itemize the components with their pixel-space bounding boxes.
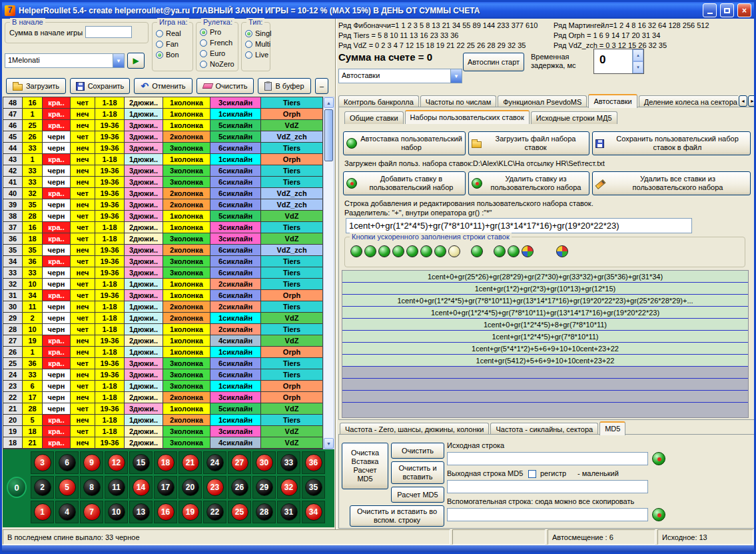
md5-clear-button[interactable]: Очистить xyxy=(391,443,444,459)
board-cell-10[interactable]: 10 xyxy=(105,501,128,523)
bet-row[interactable]: 1cent+gr(5412)+5+6+9+10+10cent+23+22 xyxy=(342,355,748,367)
quick-chip-button[interactable] xyxy=(392,245,404,257)
table-row[interactable]: 1918кра..чет1-182дюжи..3колонка3сиклайнV… xyxy=(3,426,322,437)
board-cell-32[interactable]: 32 xyxy=(277,476,300,499)
board-cell-34[interactable]: 34 xyxy=(302,501,325,523)
board-cell-9[interactable]: 9 xyxy=(80,451,103,474)
quick-chip-button[interactable] xyxy=(448,245,460,257)
table-row[interactable]: 2810чернчет1-181дюжи..1колонка2сиклайнTi… xyxy=(3,324,322,335)
board-cell-12[interactable]: 12 xyxy=(105,451,128,474)
board-cell-5[interactable]: 5 xyxy=(55,476,79,499)
board-cell-14[interactable]: 14 xyxy=(129,476,153,499)
table-row[interactable]: 236чернчет1-181дюжи..3колонка1сиклайнOrp… xyxy=(3,381,322,392)
table-row[interactable]: 4625кра..неч19-363дюжи..1колонка5сиклайн… xyxy=(3,120,322,131)
bet-row[interactable]: 1cent+gr(1*2)+gr(2*3)+gr(10*13)+gr(12*15… xyxy=(342,283,748,295)
board-cell-24[interactable]: 24 xyxy=(203,451,226,474)
quick-chip-button[interactable] xyxy=(406,245,418,257)
board-cell-29[interactable]: 29 xyxy=(252,476,276,499)
table-row[interactable]: 4816кра..чет1-182дюжи..1колонка3сиклайнT… xyxy=(3,97,322,109)
md5-clear-insert-aux-button[interactable]: Очистить и вставить во вспом. строку xyxy=(350,505,444,527)
toolbar-button-clipboard[interactable]: В буфер xyxy=(258,78,311,94)
add-bet-button[interactable]: Добавить ставку в пользовательский набор xyxy=(343,171,466,195)
maximize-button[interactable] xyxy=(720,3,734,17)
quick-chip-button[interactable] xyxy=(434,245,446,257)
board-cell-1[interactable]: 1 xyxy=(31,501,54,523)
quick-chip-button[interactable] xyxy=(420,245,432,257)
bet-row[interactable]: 1cent+0+gr(25*26)+gr(28*29)+gr(27*30)+gr… xyxy=(342,271,748,283)
md5-aux-input[interactable] xyxy=(447,508,648,521)
md5-source-input[interactable] xyxy=(447,452,648,465)
board-cell-13[interactable]: 13 xyxy=(129,501,153,523)
board-cell-16[interactable]: 16 xyxy=(154,501,177,523)
table-row[interactable]: 205кра..неч1-181дюжи..2колонка1сиклайнTi… xyxy=(3,415,322,426)
preset-combobox[interactable]: 1Melonati ▼ xyxy=(5,53,125,68)
table-row[interactable]: 471кра..неч1-181дюжи..1колонка1сиклайнOr… xyxy=(3,109,322,120)
toolbar-button-undo[interactable]: ↶Отменить xyxy=(134,78,192,94)
delay-spinner[interactable]: 0 ▲ ▼ xyxy=(593,49,644,74)
table-row[interactable]: 4233черннеч19-363дюжи..3колонка6сиклайнT… xyxy=(3,165,322,177)
md5-output-input[interactable] xyxy=(447,480,648,493)
autobets-combobox[interactable]: Автоставки ▼ xyxy=(338,69,462,83)
radio-wheel-french[interactable]: French xyxy=(200,39,234,47)
tab-scroll-left-button[interactable]: ◄ xyxy=(739,95,747,107)
board-cell-zero[interactable]: 0 xyxy=(7,477,27,498)
autobet-user-set-button[interactable]: Автоставка пользовательский набор xyxy=(343,131,466,155)
quick-chip-button[interactable] xyxy=(350,245,362,257)
radio-wheel-pro[interactable]: Pro xyxy=(200,28,234,36)
inner-tab-2[interactable]: Наборы пользовательских ставок xyxy=(405,110,530,124)
bet-row[interactable]: 1cent+0+gr(1*2*4*5)+gr(7*8*10*11)+gr(13*… xyxy=(342,307,748,319)
load-bet-file-button[interactable]: Загрузить файл набора ставок xyxy=(468,131,589,155)
delay-value[interactable]: 0 xyxy=(594,49,632,73)
scroll-up-button[interactable]: ▲ xyxy=(324,97,334,108)
bet-row-empty[interactable] xyxy=(342,379,748,391)
table-row[interactable]: 2217черннеч1-182дюжи..2колонка3сиклайнOr… xyxy=(3,392,322,403)
main-tab-4[interactable]: Автоставки xyxy=(588,94,637,108)
bet-row-empty[interactable] xyxy=(342,391,748,403)
table-row[interactable]: 1821кра..неч19-362дюжи..3колонка4сиклайн… xyxy=(3,437,322,449)
board-cell-31[interactable]: 31 xyxy=(277,501,300,523)
bet-row[interactable]: 1cent+0+gr(1*2*4*5)+8+gr(7*8*10*11) xyxy=(342,319,748,331)
quick-chip-button[interactable] xyxy=(494,245,506,257)
delete-all-bets-button[interactable]: Удалить все ставки из пользовательского … xyxy=(592,171,751,195)
history-scrollbar[interactable]: ▲ ▼ xyxy=(323,97,334,449)
board-cell-23[interactable]: 23 xyxy=(203,476,226,499)
toolbar-button-save-disk[interactable]: Сохранить xyxy=(70,78,130,94)
spinner-up-button[interactable]: ▲ xyxy=(633,49,643,61)
table-row[interactable]: 2433черннеч19-363дюжи..3колонка6сиклайнT… xyxy=(3,369,322,381)
inner-tab-1[interactable]: Общие ставки xyxy=(344,111,404,124)
table-row[interactable]: 292чернчет1-181дюжи..2колонка1сиклайнVdZ xyxy=(3,313,322,324)
bet-row[interactable]: 1cent+gr(5*4*1*2)+5+6+9+10+10cent+23+22 xyxy=(342,343,748,355)
board-cell-36[interactable]: 36 xyxy=(302,451,325,474)
insert-chip-button-source[interactable] xyxy=(652,452,665,465)
board-cell-19[interactable]: 19 xyxy=(179,501,202,523)
table-row[interactable]: 4133черннеч19-363дюжи..3колонка6сиклайнT… xyxy=(3,177,322,188)
quick-chip-button[interactable] xyxy=(471,245,483,257)
radio-type-live[interactable]: Live xyxy=(245,51,266,59)
save-bet-file-button[interactable]: Сохранить пользовательский набор ставок … xyxy=(592,131,751,155)
radio-wheel-nozero[interactable]: NoZero xyxy=(200,60,234,68)
quick-chip-button[interactable] xyxy=(522,245,534,257)
minimize-button[interactable] xyxy=(703,3,717,17)
md5-all-in-one-button[interactable]: Очистка Вставка Расчет MD5 xyxy=(342,443,388,489)
toolbar-button-eraser[interactable]: Очистить xyxy=(196,78,254,94)
table-row[interactable]: 4433черннеч19-363дюжи..3колонка6сиклайнT… xyxy=(3,143,322,154)
board-cell-11[interactable]: 11 xyxy=(105,476,128,499)
board-cell-7[interactable]: 7 xyxy=(80,501,103,523)
table-row[interactable]: 261кра..неч1-181дюжи..1колонка1сиклайнOr… xyxy=(3,347,322,358)
radio-wheel-euro[interactable]: Euro xyxy=(200,49,234,57)
tab-scroll-right-button[interactable]: ► xyxy=(748,95,756,107)
bet-row[interactable]: 1cent+0+gr(1*2*4*5)+gr(7*8*10*11)+gr(13*… xyxy=(342,295,748,307)
quick-chip-button[interactable] xyxy=(508,245,520,257)
board-cell-2[interactable]: 2 xyxy=(31,476,54,499)
radio-game-real[interactable]: Real xyxy=(156,29,189,37)
md5-clear-insert-button[interactable]: Очистить и вставить xyxy=(391,461,444,484)
scroll-down-button[interactable]: ▼ xyxy=(324,438,334,449)
board-cell-22[interactable]: 22 xyxy=(203,501,226,523)
table-row[interactable]: 3333черннеч19-363дюжи..3колонка6сиклайнT… xyxy=(3,267,322,279)
quick-chip-button[interactable] xyxy=(378,245,390,257)
board-cell-21[interactable]: 21 xyxy=(179,451,202,474)
bet-row-empty[interactable] xyxy=(342,367,748,379)
board-cell-28[interactable]: 28 xyxy=(252,501,276,523)
bet-string-input[interactable] xyxy=(346,218,692,233)
table-row[interactable]: 3436кра..чет19-363дюжи..3колонка6сиклайн… xyxy=(3,256,322,267)
